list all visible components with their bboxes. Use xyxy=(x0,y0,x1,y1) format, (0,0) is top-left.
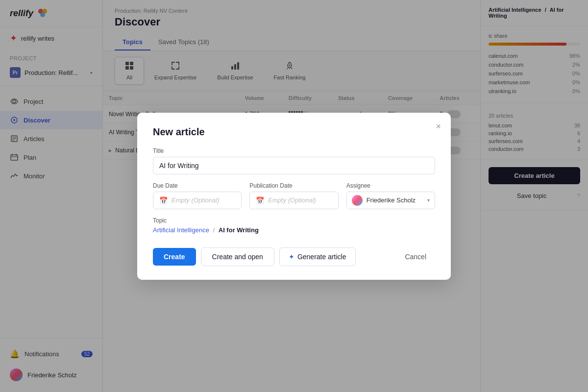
topic-section: Topic Artificial Intelligence / AI for W… xyxy=(153,217,435,234)
new-article-modal: New article × Title Due Date 📅 Empty (Op… xyxy=(137,113,451,280)
pub-date-placeholder: Empty (Optional) xyxy=(268,196,316,204)
assignee-name: Friederike Scholz xyxy=(367,196,423,204)
due-date-input[interactable]: 📅 Empty (Optional) xyxy=(153,192,242,209)
title-input[interactable] xyxy=(153,157,435,174)
date-row: Due Date 📅 Empty (Optional) Publication … xyxy=(153,182,435,209)
due-date-col: Due Date 📅 Empty (Optional) xyxy=(153,182,242,209)
due-date-label: Due Date xyxy=(153,182,242,189)
title-label: Title xyxy=(153,147,435,154)
topic-current: AI for Writing xyxy=(219,226,259,234)
modal-overlay[interactable]: New article × Title Due Date 📅 Empty (Op… xyxy=(0,0,588,392)
modal-actions: Create Create and open ✦ Generate articl… xyxy=(153,247,435,266)
title-field-group: Title xyxy=(153,147,435,174)
create-button[interactable]: Create xyxy=(153,248,196,266)
pub-date-col: Publication Date 📅 Empty (Optional) xyxy=(249,182,338,209)
topic-separator: / xyxy=(213,226,217,234)
due-date-placeholder: Empty (Optional) xyxy=(172,196,220,204)
topic-path: Artificial Intelligence / AI for Writing xyxy=(153,226,435,234)
sparkle-icon: ✦ xyxy=(289,253,294,261)
topic-label: Topic xyxy=(153,217,435,224)
chevron-down-icon: ▾ xyxy=(427,197,430,203)
pub-date-label: Publication Date xyxy=(249,182,338,189)
calendar-icon: 📅 xyxy=(256,196,264,204)
generate-article-button[interactable]: ✦ Generate article xyxy=(279,247,356,266)
assignee-select[interactable]: Friederike Scholz ▾ xyxy=(346,192,435,209)
cancel-button[interactable]: Cancel xyxy=(396,248,435,266)
assignee-label: Assignee xyxy=(346,182,435,189)
assignee-avatar xyxy=(352,195,363,206)
assignee-col: Assignee Friederike Scholz ▾ xyxy=(346,182,435,209)
topic-parent: Artificial Intelligence xyxy=(153,226,209,234)
pub-date-input[interactable]: 📅 Empty (Optional) xyxy=(249,192,338,209)
generate-label: Generate article xyxy=(297,253,346,261)
modal-title: New article xyxy=(153,126,435,138)
calendar-icon: 📅 xyxy=(159,196,168,204)
modal-close-button[interactable]: × xyxy=(436,122,441,132)
create-and-open-button[interactable]: Create and open xyxy=(201,247,274,266)
